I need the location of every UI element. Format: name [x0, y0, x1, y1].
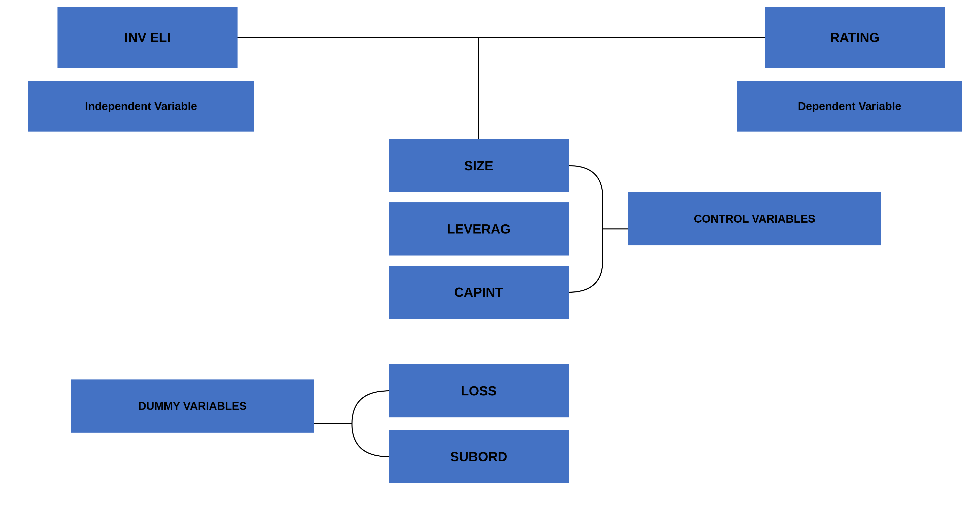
- rating-box: RATING: [765, 7, 945, 68]
- control-variables-box: CONTROL VARIABLES: [628, 192, 881, 246]
- leverag-box: LEVERAG: [389, 202, 569, 255]
- diagram-container: INV ELI RATING Independent Variable Depe…: [0, 0, 980, 531]
- dependent-variable-box: Dependent Variable: [737, 81, 962, 132]
- inv-eli-box: INV ELI: [57, 7, 237, 68]
- loss-box: LOSS: [389, 364, 569, 417]
- dummy-variables-box: DUMMY VARIABLES: [71, 379, 314, 433]
- size-box: SIZE: [389, 139, 569, 192]
- capint-box: CAPINT: [389, 266, 569, 319]
- subord-box: SUBORD: [389, 430, 569, 483]
- independent-variable-box: Independent Variable: [29, 81, 254, 132]
